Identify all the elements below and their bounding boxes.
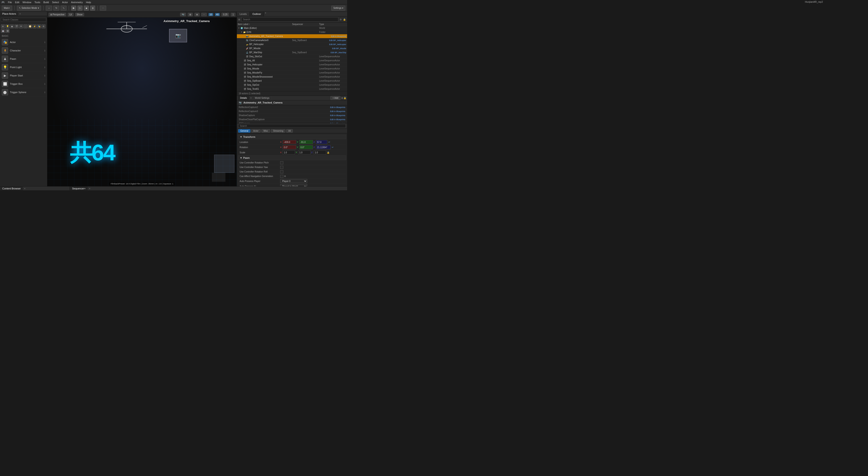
levels-tab[interactable]: Levels bbox=[237, 12, 250, 16]
details-tab-close[interactable]: × bbox=[249, 97, 253, 99]
transform-section-header[interactable]: ▼ Transform bbox=[238, 135, 346, 139]
details-lock-icon[interactable]: 🔒 bbox=[343, 97, 346, 99]
settings-btn[interactable]: Settings ▾ bbox=[331, 6, 345, 10]
camera-ref-reflcap3[interactable]: ReflectionCapture3 Edit in Blueprints bbox=[237, 109, 347, 113]
outliner-row-aximcam[interactable]: 📷 Aximmetry_AR_Tracked_Camera Edit in Bl… bbox=[237, 34, 347, 38]
outliner-tab[interactable]: Outliner bbox=[250, 12, 264, 16]
actor-icon-trigger[interactable]: ⚡ bbox=[32, 24, 36, 28]
details-add-btn[interactable]: + Add bbox=[331, 96, 340, 100]
ctrl-roll-checkbox[interactable] bbox=[280, 170, 283, 173]
outliner-row-cinecam[interactable]: 📷 CineCameraActor0 Seq_SipBoard Edit BP_… bbox=[237, 38, 347, 42]
outliner-row-seqsipboard[interactable]: 🎬 Seq_SipBoard LevelSequenceActor bbox=[237, 79, 347, 83]
actor-icon-anim[interactable]: 🎭 bbox=[37, 24, 41, 28]
actor-item-pointlight[interactable]: 💡 Point Light ℹ bbox=[0, 63, 47, 71]
simulate-btn[interactable]: ▷ bbox=[78, 6, 83, 10]
pause-btn[interactable]: ⏸ bbox=[90, 6, 95, 10]
camera-ref-shadowcap[interactable]: ShadowCapture Edit in Blueprints bbox=[237, 113, 347, 117]
mode-select-btn[interactable]: ↖ Selection Mode ▾ bbox=[17, 6, 41, 10]
menu-aximmetry[interactable]: Aximmetry bbox=[71, 1, 83, 4]
actor-item-actor[interactable]: 🎭 Actor ℹ bbox=[0, 38, 47, 47]
search-classes-input[interactable] bbox=[1, 18, 46, 22]
tab-main[interactable]: Main+ bbox=[2, 6, 12, 10]
actor-icon-shape[interactable]: ▣ bbox=[10, 24, 14, 28]
sequencer-tab[interactable]: Sequencer+ bbox=[70, 186, 88, 190]
rotation-x-input[interactable] bbox=[283, 145, 296, 149]
scale-y-input[interactable] bbox=[298, 150, 311, 154]
can-affect-nav-checkbox[interactable] bbox=[280, 175, 283, 178]
transform-translate-btn[interactable]: ↔ bbox=[46, 6, 52, 10]
actor-icon-all[interactable]: ⊞ bbox=[1, 24, 5, 28]
rotation-y-input[interactable] bbox=[299, 145, 313, 149]
transform-rotate-btn[interactable]: ↻ bbox=[54, 6, 59, 10]
viewport-screen-btn[interactable]: 1 bbox=[231, 13, 235, 16]
location-y-input[interactable] bbox=[299, 140, 313, 144]
content-browser-close[interactable]: × bbox=[23, 187, 26, 190]
camera-ref-shadowclean[interactable]: ShadowCleanPlatCapture Edit in Blueprint… bbox=[237, 117, 347, 122]
camera-ref-reflcap2[interactable]: ReflectionCapture2 Edit in Blueprints bbox=[237, 105, 347, 109]
actor-item-playerstart[interactable]: ▶ Player Start ℹ bbox=[0, 71, 47, 80]
outliner-row-seqmissileshoot[interactable]: 🎬 Seq_MissileShoooooooot LevelSequenceAc… bbox=[237, 75, 347, 79]
row-edit-missile[interactable]: Edit BP_Missile bbox=[319, 47, 346, 50]
auto-possess-ai-select[interactable]: Placed in World bbox=[280, 184, 307, 186]
viewport-show-btn[interactable]: Show bbox=[75, 13, 84, 16]
scale-x-input[interactable] bbox=[283, 150, 295, 154]
filter-misc-btn[interactable]: Misc bbox=[261, 129, 270, 132]
actor-icon-visual[interactable]: 👁 bbox=[19, 24, 23, 28]
pawn-section-header[interactable]: ▼ Pawn bbox=[238, 156, 346, 160]
outliner-row-seqheli[interactable]: 🎬 Seq_Helicopter LevelSequenceActor bbox=[237, 63, 347, 67]
outliner-settings-icon[interactable]: ⚙ bbox=[340, 18, 342, 21]
outliner-row-seqtext01[interactable]: 🎬 Seq_Text01 LevelSequenceActor bbox=[237, 87, 347, 91]
camera-ref-arcamera[interactable]: ARCamera Edit in Blueprints bbox=[237, 122, 347, 123]
viewport-grid-btn[interactable]: ⊞ bbox=[188, 13, 193, 16]
rotation-z-input[interactable] bbox=[316, 145, 331, 149]
location-z-input[interactable] bbox=[316, 140, 327, 144]
play-btn[interactable]: ▶ bbox=[71, 6, 76, 10]
scale-lock-icon[interactable]: 🔒 bbox=[327, 151, 330, 154]
menu-build[interactable]: Build bbox=[43, 1, 49, 4]
menu-window[interactable]: Window bbox=[23, 1, 31, 4]
actor-icon-nav[interactable]: 🧭 bbox=[28, 24, 32, 28]
scale-z-input[interactable] bbox=[314, 150, 326, 154]
outliner-row-missile[interactable]: 🚀 BP_Missile Edit BP_Missile bbox=[237, 47, 347, 51]
camera-ref-edit-0[interactable]: Edit in Blueprints bbox=[330, 106, 345, 109]
viewport-camera-btn[interactable]: 📷 bbox=[180, 13, 186, 16]
place-actors-tab[interactable]: Place Actors bbox=[0, 12, 19, 16]
row-edit-cinecam[interactable]: Edit BP_Helicopter bbox=[319, 39, 346, 41]
actor-item-triggerbox[interactable]: ⬜ Trigger Box ℹ bbox=[0, 80, 47, 88]
actor-icon-ai[interactable]: 🤖 bbox=[1, 29, 5, 33]
more-options-btn[interactable]: ⋯ bbox=[100, 6, 106, 10]
menu-file[interactable]: File bbox=[8, 1, 12, 4]
actor-item-pawn[interactable]: ♟ Pawn ℹ bbox=[0, 55, 47, 63]
sequencer-close[interactable]: × bbox=[88, 187, 91, 190]
outliner-row-warship[interactable]: ⚓ BP_WarShip Seq_SipBoard Edit BP_WarShi… bbox=[237, 51, 347, 55]
outliner-search-input[interactable] bbox=[241, 17, 338, 22]
outliner-row-evn[interactable]: ▼ 📁 EVN Folder bbox=[237, 30, 347, 34]
row-edit-heli[interactable]: Edit BP_Helicopter bbox=[319, 43, 346, 46]
transform-scale-btn[interactable]: ⤡ bbox=[61, 6, 66, 10]
location-reset-btn[interactable]: ↩ bbox=[329, 141, 330, 143]
place-actors-close[interactable]: × bbox=[19, 12, 22, 15]
rotation-reset-btn[interactable]: ↩ bbox=[332, 146, 334, 148]
menu-select[interactable]: Select bbox=[52, 1, 59, 4]
menu-edit[interactable]: Edit bbox=[15, 1, 20, 4]
world-settings-tab[interactable]: World Settings bbox=[252, 96, 272, 100]
viewport-lit-btn[interactable]: Lit bbox=[68, 13, 73, 16]
ctrl-pitch-checkbox[interactable] bbox=[280, 161, 283, 165]
location-x-input[interactable] bbox=[283, 140, 296, 144]
viewport-snap-btn[interactable]: ⊕ bbox=[194, 13, 199, 16]
viewport-more-btn[interactable]: ⋯ bbox=[201, 13, 207, 16]
viewport[interactable]: 📷 共64 Aximmetry_AR_Tracked_Camera Filmba… bbox=[47, 18, 237, 186]
details-tab[interactable]: Details bbox=[238, 96, 249, 100]
actor-icon-light[interactable]: 💡 bbox=[5, 24, 9, 28]
details-search-input[interactable] bbox=[238, 124, 346, 128]
outliner-row-seqsipout[interactable]: 🎬 Seq_SipOut LevelSequenceActor bbox=[237, 83, 347, 87]
outliner-row-heli[interactable]: 🚁 BP_Helicopter Edit BP_Helicopter bbox=[237, 42, 347, 47]
outliner-row-seqmissile[interactable]: 🎬 Seq_Missile LevelSequenceActor bbox=[237, 67, 347, 71]
actor-icon-physics[interactable]: ⚙ bbox=[41, 24, 45, 28]
camera-ref-edit-1[interactable]: Edit in Blueprints bbox=[330, 110, 345, 113]
outliner-row-deqsilo[interactable]: 🎬 Deq_SiloOut LevelSequenceActor bbox=[237, 55, 347, 59]
actor-item-character[interactable]: 🧍 Character ℹ bbox=[0, 47, 47, 55]
menu-tools[interactable]: Tools bbox=[34, 1, 40, 4]
actor-icon-decal[interactable]: 🖼 bbox=[5, 29, 9, 33]
outliner-row-seqall[interactable]: 🎬 Seq_All LevelSequenceActor bbox=[237, 59, 347, 63]
